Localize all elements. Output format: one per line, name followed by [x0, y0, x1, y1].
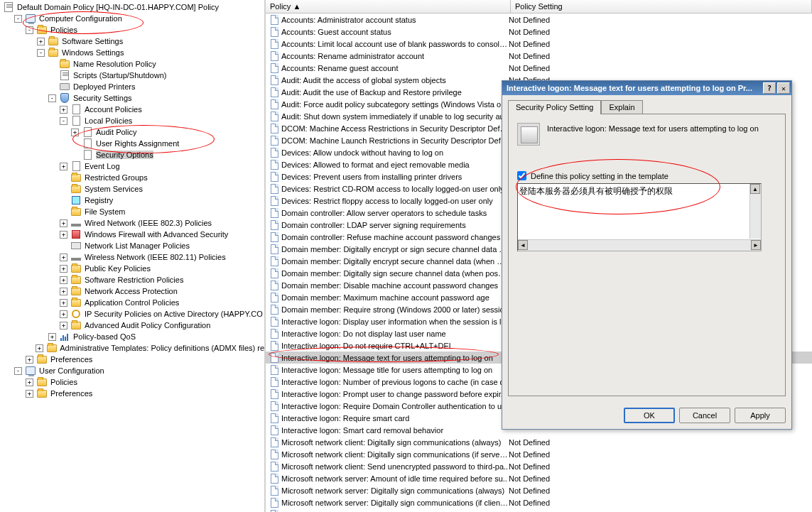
policy-row[interactable]: Accounts: Rename guest accountNot Define… — [266, 62, 812, 74]
tree-item[interactable]: +Application Control Policies — [0, 297, 264, 308]
tree-expander[interactable]: + — [60, 299, 67, 307]
tree-item[interactable]: +Software Restriction Policies — [0, 274, 264, 285]
tree-item[interactable]: +Preferences — [0, 388, 264, 399]
vertical-scrollbar[interactable]: ▲ — [749, 184, 761, 239]
tree-expander[interactable]: - — [48, 94, 56, 102]
policy-row[interactable]: Accounts: Limit local account use of bla… — [266, 38, 812, 50]
policy-row[interactable]: Accounts: Guest account statusNot Define… — [266, 26, 812, 38]
policy-row[interactable]: Microsoft network server: Amount of idle… — [266, 472, 812, 484]
policy-item-icon — [269, 256, 280, 267]
tree-expander[interactable]: - — [26, 26, 33, 34]
tab-security-policy-setting[interactable]: Security Policy Setting — [508, 100, 601, 114]
tree-item-label: Computer Configuration — [39, 14, 122, 23]
tree-expander[interactable]: + — [60, 288, 67, 295]
tree-item[interactable]: +Windows Firewall with Advanced Security — [0, 229, 264, 240]
tree-item[interactable]: +Wired Network (IEEE 802.3) Policies — [0, 217, 264, 229]
policy-row[interactable]: Microsoft network server: Disconnect cli… — [266, 508, 812, 512]
tree-item[interactable]: Security Options — [0, 149, 264, 160]
tree-item[interactable]: -Windows Settings — [0, 47, 264, 58]
horizontal-scrollbar[interactable]: ◄ ► — [518, 239, 761, 251]
tree-expander[interactable]: + — [60, 322, 67, 329]
tree-expander[interactable]: + — [26, 390, 33, 398]
policy-item-icon — [269, 50, 280, 62]
tree-expander[interactable]: - — [37, 49, 45, 57]
policy-text-input[interactable] — [518, 184, 751, 239]
policy-item-icon — [269, 388, 280, 400]
cancel-button[interactable]: Cancel — [679, 408, 730, 423]
policy-row[interactable]: Accounts: Administrator account statusNo… — [266, 13, 812, 26]
policy-row[interactable]: Microsoft network server: Digitally sign… — [266, 496, 812, 508]
policy-item-icon — [269, 159, 280, 170]
tree-item[interactable]: +Network Access Protection — [0, 285, 264, 297]
tree-item[interactable]: +Policies — [0, 376, 264, 388]
tab-explain[interactable]: Explain — [601, 100, 642, 114]
tree-expander[interactable]: - — [14, 15, 22, 23]
tree-item[interactable]: Network List Manager Policies — [0, 240, 264, 251]
tree-expander[interactable]: + — [60, 163, 67, 170]
column-setting[interactable]: Policy Setting — [511, 0, 812, 13]
apply-button[interactable]: Apply — [735, 408, 786, 423]
tree-item[interactable]: System Services — [0, 183, 264, 195]
tree-expander[interactable]: + — [60, 265, 67, 273]
tree-expander[interactable]: + — [71, 129, 79, 136]
tree-item[interactable]: Registry — [0, 195, 264, 206]
tree-item[interactable]: File System — [0, 206, 264, 217]
tree-item[interactable]: Restricted Groups — [0, 172, 264, 183]
tree-expander[interactable]: + — [48, 333, 56, 341]
policy-row[interactable]: Microsoft network client: Send unencrypt… — [266, 460, 812, 472]
policy-name: Interactive logon: Do not require CTRL+A… — [281, 342, 509, 350]
folder-icon — [36, 354, 48, 364]
tree-item[interactable]: -Policies — [0, 24, 264, 36]
policy-row[interactable]: Microsoft network client: Digitally sign… — [266, 436, 812, 448]
policy-row[interactable]: Microsoft network server: Digitally sign… — [266, 484, 812, 496]
tree-item[interactable]: +IP Security Policies on Active Director… — [0, 308, 264, 320]
policy-item-icon — [269, 244, 280, 255]
help-button[interactable]: ? — [763, 82, 776, 94]
tree-expander[interactable]: + — [60, 219, 67, 227]
tree-item[interactable]: +Preferences — [0, 354, 264, 365]
chart-icon — [59, 332, 70, 342]
tree-expander[interactable]: + — [60, 231, 67, 239]
tree-item[interactable]: +Event Log — [0, 160, 264, 172]
tree-expander[interactable]: + — [60, 276, 67, 284]
policy-name: Interactive logon: Number of previous lo… — [281, 378, 509, 386]
tree-item[interactable]: +Account Policies — [0, 104, 264, 115]
tree-item[interactable]: +Advanced Audit Policy Configuration — [0, 320, 264, 331]
policy-row[interactable]: Accounts: Rename administrator accountNo… — [266, 50, 812, 62]
column-policy[interactable]: Policy ▲ — [266, 0, 511, 13]
tree-expander[interactable]: - — [14, 367, 22, 375]
tree-expander[interactable]: + — [36, 344, 43, 352]
page-icon — [82, 150, 93, 160]
tree-item[interactable]: +Public Key Policies — [0, 263, 264, 274]
tree-expander[interactable]: + — [26, 378, 33, 386]
tree-item[interactable]: Deployed Printers — [0, 81, 264, 92]
tree-item[interactable]: Scripts (Startup/Shutdown) — [0, 70, 264, 81]
tree-item[interactable]: +Software Settings — [0, 36, 264, 47]
tree-item[interactable]: +Administrative Templates: Policy defini… — [0, 342, 264, 354]
tree-expander[interactable]: + — [26, 356, 33, 364]
tree-item-label: Security Settings — [73, 94, 132, 102]
policy-item-icon — [269, 292, 280, 303]
policy-name: Accounts: Administrator account status — [281, 16, 509, 24]
tree-item[interactable]: -Computer Configuration — [0, 13, 264, 24]
define-policy-checkbox[interactable] — [517, 171, 526, 180]
tree-item[interactable]: -Local Policies — [0, 115, 264, 126]
policy-name: Interactive logon: Do not display last u… — [281, 329, 509, 338]
tree-expander[interactable]: + — [60, 106, 67, 114]
policy-item-icon — [269, 425, 280, 436]
tree-expander[interactable]: + — [60, 310, 67, 318]
ok-button[interactable]: OK — [624, 408, 675, 423]
tree-item[interactable]: Name Resolution Policy — [0, 58, 264, 70]
tree-expander[interactable]: + — [60, 254, 67, 261]
tree-item[interactable]: -User Configuration — [0, 365, 264, 376]
tree-item[interactable]: -Security Settings — [0, 92, 264, 104]
policy-row[interactable]: Microsoft network client: Digitally sign… — [266, 448, 812, 460]
tree-item[interactable]: User Rights Assignment — [0, 138, 264, 149]
tree-item[interactable]: +Policy-based QoS — [0, 331, 264, 342]
dialog-titlebar[interactable]: Interactive logon: Message text for user… — [502, 81, 791, 95]
tree-expander[interactable]: + — [37, 38, 45, 45]
close-button[interactable]: ✕ — [777, 82, 790, 94]
tree-expander[interactable]: - — [60, 117, 67, 125]
tree-item[interactable]: +Wireless Network (IEEE 802.11) Policies — [0, 251, 264, 263]
tree-item[interactable]: +Audit Policy — [0, 126, 264, 138]
